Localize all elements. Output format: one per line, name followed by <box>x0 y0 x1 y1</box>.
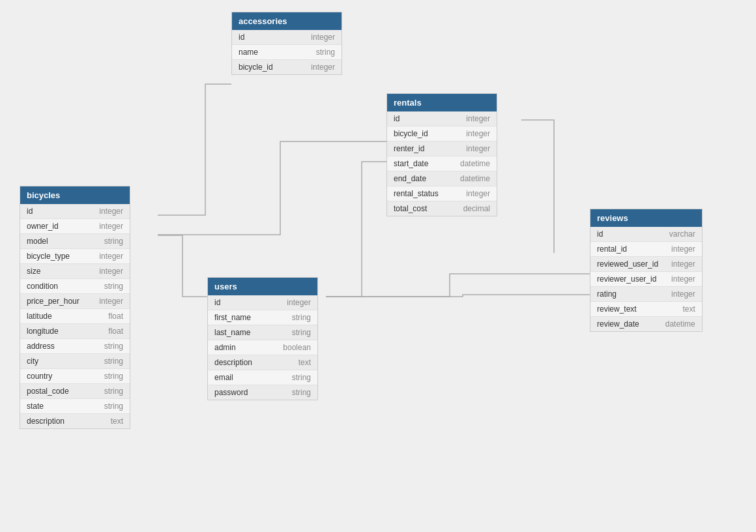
column-name: latitude <box>27 312 52 321</box>
column-type: integer <box>99 207 123 216</box>
table-row: bicycle_idinteger <box>387 126 497 141</box>
column-type: datetime <box>460 159 490 168</box>
table-row: latitudefloat <box>20 309 130 324</box>
column-type: integer <box>287 298 311 307</box>
table-bicycles: bicyclesidintegerowner_idintegermodelstr… <box>20 186 130 429</box>
column-type: string <box>292 328 311 337</box>
table-header-users: users <box>208 278 317 295</box>
column-type: string <box>292 313 311 322</box>
table-row: descriptiontext <box>20 414 130 428</box>
column-type: float <box>108 312 123 321</box>
column-name: rental_status <box>394 189 439 198</box>
column-type: float <box>108 327 123 336</box>
column-name: review_date <box>597 319 639 329</box>
column-type: decimal <box>463 204 490 213</box>
table-row: review_texttext <box>590 302 702 317</box>
column-name: first_name <box>214 313 251 322</box>
column-type: string <box>104 357 123 366</box>
table-row: descriptiontext <box>208 355 317 370</box>
table-row: idinteger <box>232 30 342 45</box>
column-type: integer <box>671 289 695 299</box>
column-name: size <box>27 267 40 276</box>
table-row: rental_statusinteger <box>387 186 497 201</box>
column-name: start_date <box>394 159 428 168</box>
table-row: postal_codestring <box>20 384 130 399</box>
table-users: usersidintegerfirst_namestringlast_names… <box>207 277 318 400</box>
table-row: bicycle_typeinteger <box>20 249 130 264</box>
table-row: last_namestring <box>208 325 317 340</box>
column-name: postal_code <box>27 387 69 396</box>
column-name: password <box>214 388 248 397</box>
column-type: string <box>104 342 123 351</box>
column-type: string <box>104 387 123 396</box>
column-type: integer <box>671 274 695 284</box>
column-type: string <box>292 388 311 397</box>
table-row: idvarchar <box>590 227 702 242</box>
column-type: boolean <box>283 343 311 352</box>
table-rentals: rentalsidintegerbicycle_idintegerrenter_… <box>386 93 497 216</box>
column-type: string <box>104 237 123 246</box>
table-row: start_datedatetime <box>387 156 497 171</box>
column-name: review_text <box>597 304 637 314</box>
table-row: longitudefloat <box>20 324 130 339</box>
column-type: integer <box>99 222 123 231</box>
table-row: adminboolean <box>208 340 317 355</box>
table-header-rentals: rentals <box>387 94 497 111</box>
column-name: total_cost <box>394 204 427 213</box>
column-name: country <box>27 372 52 381</box>
table-row: total_costdecimal <box>387 201 497 216</box>
column-type: integer <box>99 267 123 276</box>
column-name: admin <box>214 343 236 352</box>
table-row: price_per_hourinteger <box>20 294 130 309</box>
table-row: review_datedatetime <box>590 317 702 331</box>
table-header-accessories: accessories <box>232 12 342 30</box>
diagram-canvas: accessoriesidintegernamestringbicycle_id… <box>0 0 756 532</box>
table-row: countrystring <box>20 369 130 384</box>
table-row: idinteger <box>20 204 130 219</box>
column-name: id <box>239 33 244 42</box>
table-row: owner_idinteger <box>20 219 130 234</box>
table-row: first_namestring <box>208 310 317 325</box>
column-name: reviewed_user_id <box>597 259 658 269</box>
table-row: citystring <box>20 354 130 369</box>
column-type: datetime <box>665 319 695 329</box>
table-row: sizeinteger <box>20 264 130 279</box>
column-name: bicycle_id <box>394 129 428 138</box>
table-row: conditionstring <box>20 279 130 294</box>
column-name: address <box>27 342 55 351</box>
table-row: passwordstring <box>208 385 317 400</box>
column-name: state <box>27 402 44 411</box>
column-name: id <box>394 114 400 123</box>
column-type: integer <box>466 144 490 153</box>
table-reviews: reviewsidvarcharrental_idintegerreviewed… <box>590 209 703 332</box>
column-type: integer <box>311 63 335 72</box>
table-row: namestring <box>232 45 342 60</box>
column-type: string <box>104 372 123 381</box>
column-name: condition <box>27 282 58 291</box>
column-type: datetime <box>460 174 490 183</box>
column-name: last_name <box>214 328 250 337</box>
column-type: string <box>104 282 123 291</box>
table-row: emailstring <box>208 370 317 385</box>
table-row: bicycle_idinteger <box>232 60 342 74</box>
column-type: string <box>316 48 335 57</box>
table-accessories: accessoriesidintegernamestringbicycle_id… <box>231 12 342 75</box>
table-row: ratinginteger <box>590 287 702 302</box>
table-row: rental_idinteger <box>590 242 702 257</box>
column-name: longitude <box>27 327 59 336</box>
table-header-reviews: reviews <box>590 209 702 227</box>
column-name: email <box>214 373 233 382</box>
column-name: reviewer_user_id <box>597 274 656 284</box>
table-row: end_datedatetime <box>387 171 497 186</box>
table-row: modelstring <box>20 234 130 249</box>
column-type: integer <box>466 189 490 198</box>
column-name: city <box>27 357 38 366</box>
column-name: description <box>27 417 65 426</box>
conn-rentals-reviews <box>521 120 554 253</box>
column-type: integer <box>99 297 123 306</box>
column-type: string <box>292 373 311 382</box>
column-name: model <box>27 237 48 246</box>
column-name: bicycle_type <box>27 252 70 261</box>
column-name: price_per_hour <box>27 297 80 306</box>
table-row: renter_idinteger <box>387 141 497 156</box>
